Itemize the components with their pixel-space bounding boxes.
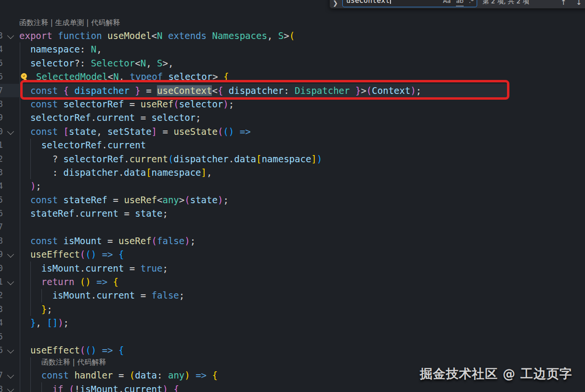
code-line[interactable]: 64 namespace: N, (0, 42, 585, 56)
code-token: const (30, 126, 58, 137)
line-number: 77 (0, 220, 3, 234)
code-token: () (80, 276, 91, 287)
code-line[interactable]: 74 ); (0, 179, 585, 193)
code-line[interactable]: 83 }; (0, 302, 585, 316)
code-token: useEffect (30, 249, 80, 260)
code-token: selectorRef (30, 112, 91, 123)
fold-chevron-icon[interactable] (7, 32, 14, 39)
code-line[interactable]: 76 stateRef.current = state; (0, 207, 585, 220)
line-number: 75 (0, 193, 3, 207)
code-line[interactable]: 72 ? selectorRef.current(dispatcher.data… (0, 152, 585, 166)
code-token: => (195, 370, 207, 380)
code-token: selectorRef (41, 140, 102, 150)
code-line[interactable]: 88 if (!isMount.current) { (0, 382, 585, 392)
code-line[interactable]: 79 useEffect(() => { (0, 248, 585, 261)
fold-chevron-icon[interactable] (7, 128, 14, 135)
code-line[interactable]: 78 const isMount = useRef(false); (0, 234, 585, 248)
code-token (58, 126, 63, 137)
codelens-link[interactable]: 生成单测 (55, 18, 84, 27)
fold-chevron-icon[interactable] (7, 347, 14, 353)
code-token: > (179, 195, 184, 205)
code-line[interactable]: 81 return () => { (0, 275, 585, 288)
code-token: ] (152, 126, 157, 137)
fold-chevron-icon[interactable] (7, 372, 14, 379)
code-token (19, 235, 30, 246)
code-token: ) (184, 370, 190, 380)
line-number: 74 (0, 179, 3, 193)
code-token: => (240, 126, 251, 137)
find-widget: ❯ useContext Aa ab .* 第 2 项, 共 2 项 ↑ ↓ (329, 0, 585, 9)
code-line[interactable]: 67 const { dispatcher } = useContext<{ d… (0, 84, 585, 97)
code-line[interactable]: 80 isMount.current = true; (0, 261, 585, 275)
code-token: . (91, 112, 96, 123)
code-line[interactable]: 77 (0, 220, 585, 234)
code-token: state (135, 208, 162, 219)
codelens-link[interactable]: 函数注释 (41, 358, 70, 366)
code-line[interactable]: 69 selectorRef.current = selector; (0, 111, 585, 124)
toggle-replace-icon[interactable]: ❯ (333, 0, 338, 7)
next-match-icon[interactable]: ↓ (576, 0, 582, 7)
code-line[interactable]: 75 const stateRef = useRef<any>(state); (0, 193, 585, 207)
code-token (19, 290, 52, 301)
code-token (19, 370, 41, 380)
code-line[interactable]: 63export function useModel<N extends Nam… (0, 29, 585, 42)
code-line[interactable]: 84 }, []); (0, 316, 585, 329)
line-number: 64 (0, 42, 3, 56)
regex-icon[interactable]: .* (469, 0, 474, 6)
find-input[interactable]: useContext Aa ab .* (342, 0, 477, 7)
line-number: 82 (0, 288, 3, 302)
fold-chevron-icon[interactable] (7, 386, 14, 392)
code-token: current (130, 154, 168, 164)
line-number: 70 (0, 125, 3, 138)
line-number: 78 (0, 234, 3, 248)
code-token: > (212, 71, 223, 82)
code-token: ] (201, 167, 207, 178)
code-token: () (85, 345, 96, 355)
code-token: . (118, 384, 124, 392)
code-token: ) (184, 235, 190, 246)
code-line[interactable]: 65 selector?: Selector<N, S>, (0, 56, 585, 70)
whole-word-icon[interactable]: ab (456, 0, 464, 6)
code-line[interactable]: 86 useEffect(() => { (0, 343, 585, 357)
codelens-link[interactable]: 代码解释 (77, 358, 106, 366)
code-editor[interactable]: 函数注释 | 生成单测 | 代码解释63export function useM… (0, 0, 585, 392)
code-line[interactable]: 68 const selectorRef = useRef(selector); (0, 97, 585, 111)
code-line[interactable]: 85 (0, 330, 585, 343)
code-line[interactable]: 70 const [state, setState] = useState(()… (0, 125, 585, 138)
code-line[interactable]: 82 isMount.current = false; (0, 288, 585, 302)
code-token: ) (218, 195, 223, 205)
code-token: . (80, 263, 85, 274)
code-token: useRef (118, 235, 152, 246)
code-token: . (74, 208, 79, 219)
code-token: const (30, 195, 58, 205)
code-token: useRef (124, 195, 157, 205)
fold-chevron-icon[interactable] (7, 278, 14, 285)
previous-match-icon[interactable]: ↑ (560, 0, 567, 7)
code-token: { (223, 71, 229, 82)
code-token (69, 85, 74, 96)
code-token: } (355, 85, 361, 96)
line-number: 84 (0, 316, 3, 329)
lightbulb-icon[interactable] (19, 70, 36, 84)
code-line[interactable]: 71 selectorRef.current (0, 138, 585, 152)
codelens-link[interactable]: 代码解释 (91, 18, 120, 27)
code-token (19, 44, 30, 54)
code-token: namespace (30, 44, 80, 54)
match-case-icon[interactable]: Aa (443, 0, 451, 6)
code-token (19, 195, 30, 205)
watermark: 掘金技术社区 @ 工边页字 (420, 366, 572, 382)
fold-chevron-icon[interactable] (7, 251, 14, 258)
code-token (19, 249, 30, 260)
code-line[interactable]: 73 : dispatcher.data[namespace], (0, 166, 585, 179)
code-token: isMount (52, 290, 91, 301)
codelens-line[interactable]: 函数注释 | 生成单测 | 代码解释 (0, 17, 585, 29)
line-number: 86 (0, 343, 3, 357)
code-line[interactable]: 66SelectedModel<N, typeof selector> { (0, 70, 585, 83)
code-token: data (124, 167, 146, 178)
code-token: | (70, 358, 78, 366)
code-token: { (118, 249, 124, 260)
code-token: ) (163, 384, 168, 392)
codelens-link[interactable]: 函数注释 (19, 18, 48, 27)
code-token: current (124, 384, 162, 392)
code-token: = (135, 290, 151, 301)
